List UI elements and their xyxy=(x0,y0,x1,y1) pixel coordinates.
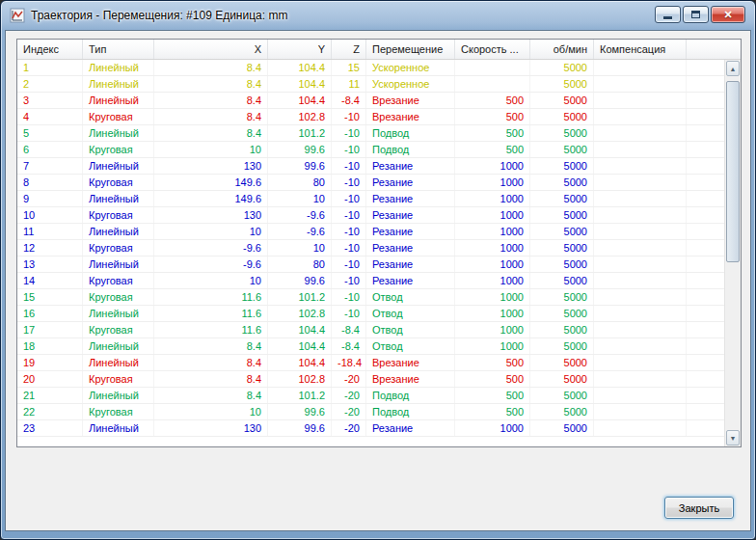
table-body: 1Линейный8.4104.415Ускоренное50002Линейн… xyxy=(17,60,741,437)
table-row[interactable]: 15Круговая11.6101.2-10Отвод10005000 xyxy=(17,289,741,306)
cell-y: -9.6 xyxy=(268,207,332,223)
cell-x: 130 xyxy=(154,207,268,223)
cell-x: 8.4 xyxy=(154,355,268,370)
cell-comp xyxy=(594,76,687,92)
table-row[interactable]: 8Круговая149.680-10Резание10005000 xyxy=(17,175,741,191)
scrollbar-thumb[interactable] xyxy=(726,81,740,262)
cell-x: 149.6 xyxy=(154,191,268,206)
table-row[interactable]: 12Круговая-9.610-10Резание10005000 xyxy=(17,240,741,256)
cell-type: Линейный xyxy=(83,338,154,354)
table-row[interactable]: 22Круговая1099.6-20Подвод5005000 xyxy=(17,404,741,420)
scrollbar-down-icon[interactable]: ▼ xyxy=(726,430,740,446)
minimize-button[interactable] xyxy=(655,6,681,23)
cell-y: 101.2 xyxy=(268,289,332,305)
table-row[interactable]: 18Линейный8.4104.4-8.4Отвод10005000 xyxy=(17,338,741,355)
cell-move: Отвод xyxy=(366,289,455,305)
scrollbar-track[interactable] xyxy=(726,77,740,429)
table-row[interactable]: 23Линейный13099.6-20Резание10005000 xyxy=(17,420,741,437)
cell-x: 8.4 xyxy=(154,109,268,124)
cell-type: Линейный xyxy=(83,420,154,436)
cell-x: 11.6 xyxy=(154,289,268,305)
cell-z: -8.4 xyxy=(332,93,366,108)
column-header-type[interactable]: Тип xyxy=(83,40,154,59)
cell-speed: 1000 xyxy=(455,420,530,436)
cell-type: Круговая xyxy=(83,142,154,157)
title-bar[interactable]: Траектория - Перемещения: #109 Единица: … xyxy=(1,1,755,30)
table-row[interactable]: 14Круговая1099.6-10Резание10005000 xyxy=(17,273,741,289)
table-row[interactable]: 3Линейный8.4104.4-8.4Врезание5005000 xyxy=(17,93,741,109)
cell-y: 101.2 xyxy=(268,388,332,403)
column-header-comp[interactable]: Компенсация xyxy=(594,40,687,59)
cell-rpm: 5000 xyxy=(530,256,594,272)
cell-rpm: 5000 xyxy=(530,109,594,124)
table-row[interactable]: 13Линейный-9.680-10Резание10005000 xyxy=(17,256,741,273)
cell-x: 130 xyxy=(154,420,268,436)
table-row[interactable]: 7Линейный13099.6-10Резание10005000 xyxy=(17,158,741,175)
table-row[interactable]: 4Круговая8.4102.8-10Врезание5005000 xyxy=(17,109,741,125)
cell-z: -8.4 xyxy=(332,322,366,338)
scrollbar-up-icon[interactable]: ▲ xyxy=(726,61,740,76)
cell-comp xyxy=(594,355,687,370)
trajectory-table: ИндексТипXYZПеремещениеСкорость ...об/ми… xyxy=(16,39,742,447)
column-header-x[interactable]: X xyxy=(154,40,268,59)
cell-speed: 1000 xyxy=(455,256,530,272)
table-row[interactable]: 17Круговая11.6104.4-8.4Отвод10005000 xyxy=(17,322,741,338)
cell-type: Круговая xyxy=(83,240,154,256)
cell-comp xyxy=(594,93,687,108)
cell-z: -10 xyxy=(332,256,366,272)
column-header-index[interactable]: Индекс xyxy=(17,40,83,59)
table-row[interactable]: 20Круговая8.4102.8-20Врезание5005000 xyxy=(17,371,741,388)
cell-speed: 1000 xyxy=(455,175,530,190)
cell-rpm: 5000 xyxy=(530,420,594,436)
cell-move: Резание xyxy=(366,191,455,206)
cell-y: 80 xyxy=(268,256,332,272)
column-header-y[interactable]: Y xyxy=(268,40,332,59)
table-row[interactable]: 10Круговая130-9.6-10Резание10005000 xyxy=(17,207,741,224)
cell-z: -20 xyxy=(332,388,366,403)
cell-x: 130 xyxy=(154,158,268,174)
cell-x: -9.6 xyxy=(154,256,268,272)
cell-y: 99.6 xyxy=(268,404,332,419)
cell-speed xyxy=(455,60,530,75)
close-dialog-button[interactable]: Закрыть xyxy=(664,497,734,519)
maximize-button[interactable] xyxy=(683,6,709,23)
cell-move: Резание xyxy=(366,240,455,256)
table-row[interactable]: 19Линейный8.4104.4-18.4Врезание5005000 xyxy=(17,355,741,371)
cell-y: 102.8 xyxy=(268,306,332,321)
cell-speed: 1000 xyxy=(455,207,530,223)
cell-speed: 500 xyxy=(455,388,530,403)
table-row[interactable]: 9Линейный149.610-10Резание10005000 xyxy=(17,191,741,207)
cell-index: 12 xyxy=(17,240,83,256)
cell-comp xyxy=(594,322,687,338)
close-window-button[interactable]: ✕ xyxy=(711,6,745,23)
table-row[interactable]: 21Линейный8.4101.2-20Подвод5005000 xyxy=(17,388,741,404)
cell-z: 15 xyxy=(332,60,366,75)
cell-z: -10 xyxy=(332,125,366,141)
table-header-row: ИндексТипXYZПеремещениеСкорость ...об/ми… xyxy=(17,40,741,60)
table-row[interactable]: 2Линейный8.4104.411Ускоренное5000 xyxy=(17,76,741,93)
cell-rpm: 5000 xyxy=(530,191,594,206)
cell-x: 10 xyxy=(154,404,268,419)
table-row[interactable]: 16Линейный11.6102.8-10Отвод10005000 xyxy=(17,306,741,322)
cell-z: -10 xyxy=(332,158,366,174)
vertical-scrollbar[interactable]: ▲ ▼ xyxy=(724,60,741,446)
cell-z: -10 xyxy=(332,142,366,157)
cell-index: 8 xyxy=(17,175,83,190)
cell-z: -18.4 xyxy=(332,355,366,370)
table-row[interactable]: 6Круговая1099.6-10Подвод5005000 xyxy=(17,142,741,158)
cell-speed: 1000 xyxy=(455,240,530,256)
table-row[interactable]: 5Линейный8.4101.2-10Подвод5005000 xyxy=(17,125,741,142)
column-header-rpm[interactable]: об/мин xyxy=(530,40,594,59)
cell-move: Врезание xyxy=(366,93,455,108)
cell-type: Линейный xyxy=(83,125,154,141)
cell-rpm: 5000 xyxy=(530,338,594,354)
cell-y: 102.8 xyxy=(268,371,332,387)
cell-move: Резание xyxy=(366,158,455,174)
cell-index: 17 xyxy=(17,322,83,338)
cell-comp xyxy=(594,158,687,174)
table-row[interactable]: 1Линейный8.4104.415Ускоренное5000 xyxy=(17,60,741,76)
column-header-move[interactable]: Перемещение xyxy=(366,40,455,59)
column-header-z[interactable]: Z xyxy=(332,40,366,59)
table-row[interactable]: 11Линейный10-9.6-10Резание10005000 xyxy=(17,224,741,240)
column-header-speed[interactable]: Скорость ... xyxy=(455,40,530,59)
